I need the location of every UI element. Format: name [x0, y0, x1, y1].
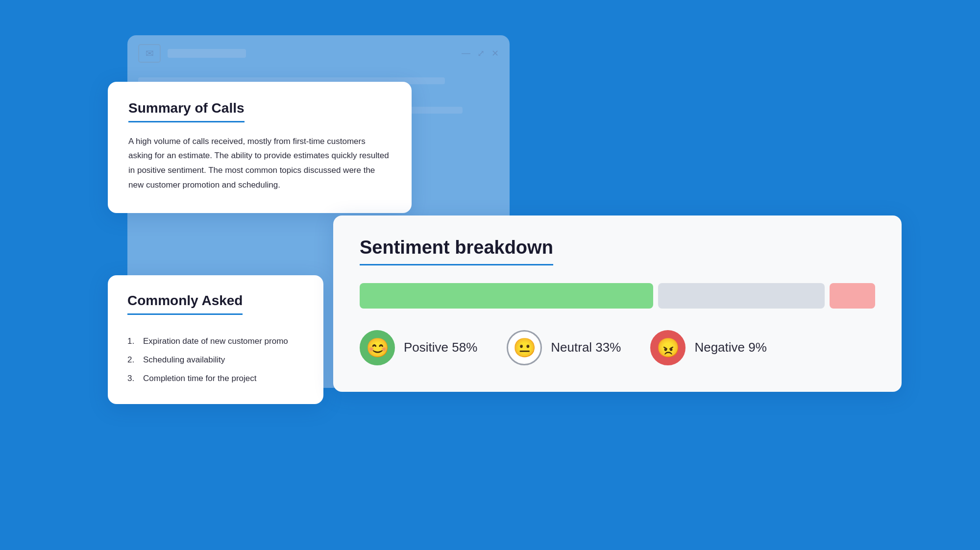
sentiment-card: Sentiment breakdown 😊 Positive 58% 😐 Neu…	[333, 215, 902, 392]
list-text-1: Expiration date of new customer promo	[143, 336, 288, 346]
commonly-asked-card: Commonly Asked 1. Expiration date of new…	[108, 275, 323, 404]
bar-negative	[830, 283, 875, 309]
maximize-icon[interactable]: ⤢	[477, 48, 485, 59]
titlebar-placeholder	[168, 49, 246, 58]
legend-item-neutral: 😐 Neutral 33%	[507, 330, 621, 365]
summary-title: Summary of Calls	[128, 100, 245, 122]
positive-emoji: 😊	[360, 330, 395, 365]
negative-emoji: 😠	[650, 330, 686, 365]
list-item: 3. Completion time for the project	[127, 374, 304, 383]
minimize-icon[interactable]: —	[462, 48, 470, 58]
titlebar-left: ✉	[138, 44, 246, 63]
positive-label: Positive 58%	[404, 340, 477, 355]
scene: ✉ — ⤢ ✕ Summary of Calls A high volume o…	[49, 35, 931, 515]
bar-neutral	[658, 283, 825, 309]
commonly-list: 1. Expiration date of new customer promo…	[127, 336, 304, 383]
legend-item-negative: 😠 Negative 9%	[650, 330, 766, 365]
summary-calls-card: Summary of Calls A high volume of calls …	[108, 82, 412, 213]
negative-label: Negative 9%	[694, 340, 766, 355]
list-item: 2. Scheduling availability	[127, 355, 304, 365]
mail-icon: ✉	[138, 44, 161, 63]
list-num-2: 2.	[127, 355, 139, 365]
list-num-3: 3.	[127, 374, 139, 383]
window-controls: — ⤢ ✕	[462, 48, 499, 59]
legend-item-positive: 😊 Positive 58%	[360, 330, 477, 365]
neutral-emoji: 😐	[507, 330, 542, 365]
list-num-1: 1.	[127, 336, 139, 346]
summary-body: A high volume of calls received, mostly …	[128, 134, 391, 192]
list-text-3: Completion time for the project	[143, 374, 257, 383]
sentiment-title: Sentiment breakdown	[360, 237, 553, 265]
bar-positive	[360, 283, 653, 309]
sentiment-legend: 😊 Positive 58% 😐 Neutral 33% 😠 Negative …	[360, 330, 875, 365]
sentiment-bar-container	[360, 283, 875, 309]
commonly-title: Commonly Asked	[127, 293, 243, 315]
close-icon[interactable]: ✕	[491, 48, 499, 59]
neutral-label: Neutral 33%	[551, 340, 621, 355]
window-titlebar: ✉ — ⤢ ✕	[138, 44, 499, 63]
list-item: 1. Expiration date of new customer promo	[127, 336, 304, 346]
list-text-2: Scheduling availability	[143, 355, 225, 365]
